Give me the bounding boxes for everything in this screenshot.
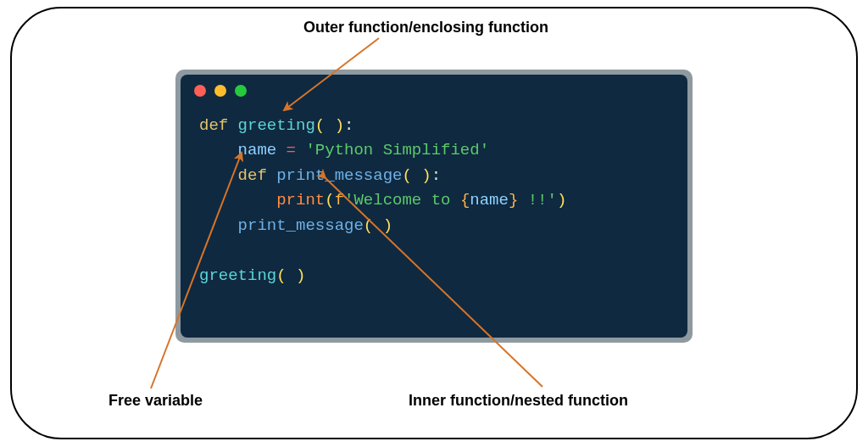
- keyword-def: def: [199, 116, 238, 135]
- keyword-def: def: [238, 166, 277, 185]
- indent: [199, 141, 238, 159]
- indent: [199, 166, 238, 185]
- colon: :: [344, 116, 353, 135]
- inner-fn-name: print_message: [276, 166, 402, 185]
- paren: ( ): [364, 216, 392, 235]
- string-literal: 'Python Simplified': [305, 141, 489, 159]
- indent: [199, 216, 238, 235]
- brace: }: [509, 191, 518, 210]
- brace: {: [460, 191, 470, 210]
- code-editor-bg: def greeting( ): name = 'Python Simplifi…: [181, 75, 687, 338]
- indent: [199, 191, 276, 210]
- close-icon: [194, 85, 206, 97]
- window-traffic-lights: [194, 85, 247, 97]
- outer-fn-name: greeting: [238, 116, 315, 135]
- colon: :: [431, 166, 441, 185]
- fstring-part: 'Welcome to: [344, 191, 460, 210]
- fstring-part: !!': [518, 191, 557, 210]
- code-block: def greeting( ): name = 'Python Simplifi…: [199, 114, 566, 288]
- minimize-icon: [214, 85, 226, 97]
- paren-open: (: [325, 191, 334, 210]
- var-ref: name: [470, 191, 509, 210]
- equals: =: [276, 141, 305, 159]
- paren: ( ): [315, 116, 344, 135]
- inner-fn-call: print_message: [238, 216, 364, 235]
- outer-fn-call: greeting: [199, 266, 276, 285]
- builtin-print: print: [276, 191, 325, 210]
- label-inner-function: Inner function/nested function: [409, 392, 628, 410]
- paren: ( ): [276, 266, 305, 285]
- maximize-icon: [235, 85, 247, 97]
- paren-close: ): [557, 191, 566, 210]
- f-prefix: f: [335, 191, 344, 210]
- var-name: name: [238, 141, 277, 159]
- label-free-variable: Free variable: [108, 392, 203, 410]
- code-window: def greeting( ): name = 'Python Simplifi…: [175, 70, 693, 343]
- label-outer-function: Outer function/enclosing function: [303, 19, 548, 36]
- paren: ( ): [402, 166, 431, 185]
